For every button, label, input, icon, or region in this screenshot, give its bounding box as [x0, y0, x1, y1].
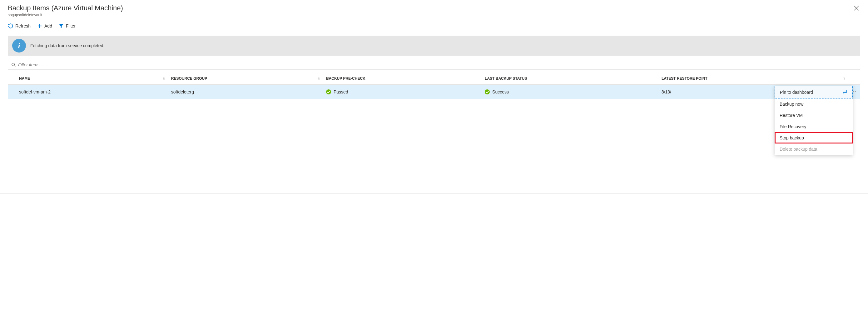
cell-resource-group: softdeleterg [168, 85, 323, 99]
blade-header: Backup Items (Azure Virtual Machine) sog… [0, 0, 868, 20]
cell-last-status: Success [482, 85, 658, 99]
cell-name: softdel-vm-am-2 [8, 85, 168, 99]
sort-icon: ↑↓ [842, 76, 844, 80]
backup-items-blade: Backup Items (Azure Virtual Machine) sog… [0, 0, 868, 194]
success-icon [485, 89, 490, 94]
close-icon [854, 6, 859, 11]
success-icon [326, 89, 331, 94]
filter-icon [58, 23, 64, 29]
context-menu: Pin to dashboard Backup now Restore VM F… [775, 86, 853, 155]
table-row[interactable]: softdel-vm-am-2 softdeleterg Passed Succ… [8, 85, 860, 99]
svg-line-5 [14, 66, 16, 67]
menu-delete-backup-data: Delete backup data [775, 143, 853, 155]
info-icon: i [12, 39, 26, 53]
close-button[interactable] [853, 4, 860, 13]
sort-icon: ↑↓ [653, 76, 655, 80]
sort-icon: ↑↓ [163, 76, 165, 80]
col-last-status[interactable]: Last Backup Status↑↓ [482, 73, 658, 85]
menu-restore-vm[interactable]: Restore VM [775, 110, 853, 121]
sort-icon: ↑↓ [318, 76, 320, 80]
menu-backup-now[interactable]: Backup now [775, 99, 853, 110]
col-restore-point[interactable]: Latest Restore Point↑↓ [658, 73, 848, 85]
filter-button[interactable]: Filter [58, 23, 75, 29]
page-subtitle: sogupsoftdeletevault [8, 13, 123, 17]
info-message: Fetching data from service completed. [30, 43, 104, 48]
filter-input[interactable] [18, 62, 857, 67]
col-precheck[interactable]: Backup Pre-Check [323, 73, 482, 85]
add-button[interactable]: Add [37, 23, 52, 29]
menu-pin-to-dashboard[interactable]: Pin to dashboard [775, 86, 853, 99]
search-icon [11, 62, 16, 67]
filter-box[interactable] [8, 60, 860, 70]
menu-stop-backup[interactable]: Stop backup [775, 132, 853, 143]
add-label: Add [44, 23, 52, 28]
refresh-button[interactable]: Refresh [8, 23, 31, 29]
menu-file-recovery[interactable]: File Recovery [775, 121, 853, 132]
refresh-label: Refresh [15, 23, 31, 28]
col-resource-group[interactable]: Resource Group↑↓ [168, 73, 323, 85]
page-title: Backup Items (Azure Virtual Machine) [8, 4, 123, 12]
pin-icon [842, 89, 847, 95]
info-bar: i Fetching data from service completed. [8, 36, 860, 56]
refresh-icon [8, 23, 13, 29]
toolbar: Refresh Add Filter [0, 20, 868, 32]
filter-label: Filter [66, 23, 75, 28]
plus-icon [37, 23, 42, 29]
col-name[interactable]: Name↑↓ [8, 73, 168, 85]
cell-precheck: Passed [323, 85, 482, 99]
backup-items-table: Name↑↓ Resource Group↑↓ Backup Pre-Check… [8, 73, 860, 99]
content-area: i Fetching data from service completed. … [0, 32, 868, 103]
svg-point-4 [12, 63, 15, 66]
